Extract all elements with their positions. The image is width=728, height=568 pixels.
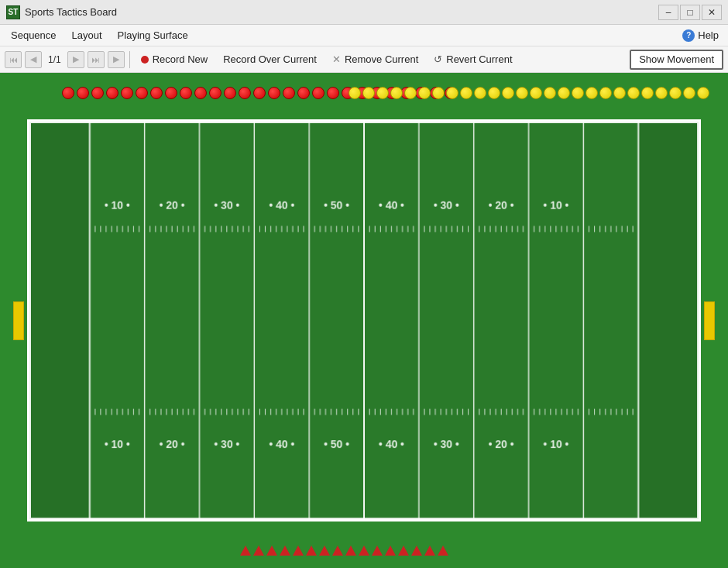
red-player-15[interactable]: [283, 87, 295, 99]
red-player-8[interactable]: [180, 87, 192, 99]
yellow-player-11[interactable]: [502, 87, 514, 99]
close-button[interactable]: ✕: [702, 5, 722, 20]
triangle-team-players: [240, 546, 448, 556]
show-movement-button[interactable]: Show Movement: [630, 50, 723, 70]
red-player-3[interactable]: [106, 87, 118, 99]
yellow-player-1[interactable]: [362, 87, 375, 99]
yellow-player-16[interactable]: [572, 87, 584, 99]
yellow-player-17[interactable]: [585, 87, 598, 99]
yellow-player-8[interactable]: [460, 87, 472, 99]
yellow-player-22[interactable]: [655, 87, 668, 99]
triangle-player-13[interactable]: [411, 546, 422, 556]
red-player-14[interactable]: [268, 87, 280, 99]
triangle-player-2[interactable]: [266, 546, 277, 556]
triangle-player-15[interactable]: [438, 546, 448, 556]
menu-layout[interactable]: Layout: [64, 27, 110, 43]
record-over-button[interactable]: Record Over Current: [217, 50, 323, 70]
triangle-player-10[interactable]: [372, 546, 383, 556]
red-player-9[interactable]: [194, 87, 207, 99]
red-player-16[interactable]: [297, 87, 310, 99]
field-canvas: [29, 122, 699, 519]
triangle-player-1[interactable]: [253, 546, 264, 556]
triangle-player-5[interactable]: [306, 546, 317, 556]
yellow-player-23[interactable]: [669, 87, 682, 99]
yellow-player-14[interactable]: [544, 87, 556, 99]
toolbar: ⏮ ◀ 1/1 ▶ ⏭ ▶ Record New Record Over Cur…: [0, 46, 728, 73]
red-player-10[interactable]: [209, 87, 221, 99]
triangle-player-14[interactable]: [424, 546, 435, 556]
record-over-label: Record Over Current: [223, 53, 317, 65]
remove-icon: ✕: [332, 53, 341, 65]
app-title: Sports Tactics Board: [25, 6, 657, 18]
last-frame-button[interactable]: ⏭: [88, 51, 105, 68]
first-frame-button[interactable]: ⏮: [5, 51, 22, 68]
revert-label: Revert Current: [446, 53, 512, 65]
remove-current-button[interactable]: ✕ Remove Current: [326, 50, 424, 70]
yellow-player-13[interactable]: [530, 87, 542, 99]
yellow-player-19[interactable]: [613, 87, 626, 99]
yellow-player-7[interactable]: [446, 87, 458, 99]
yellow-player-5[interactable]: [418, 87, 431, 99]
triangle-player-9[interactable]: [359, 546, 369, 556]
endzone-left-marker: [13, 301, 24, 340]
triangle-player-12[interactable]: [398, 546, 409, 556]
triangle-player-3[interactable]: [280, 546, 290, 556]
main-area: [0, 73, 728, 568]
football-field[interactable]: [27, 119, 701, 522]
red-player-12[interactable]: [239, 87, 251, 99]
maximize-button[interactable]: □: [680, 5, 700, 20]
titlebar: ST Sports Tactics Board – □ ✕: [0, 0, 728, 25]
triangle-player-6[interactable]: [319, 546, 330, 556]
yellow-player-0[interactable]: [349, 87, 361, 99]
menu-sequence[interactable]: Sequence: [3, 27, 64, 43]
toolbar-separator-1: [129, 51, 130, 68]
menu-playing-surface[interactable]: Playing Surface: [110, 27, 196, 43]
yellow-player-10[interactable]: [488, 87, 500, 99]
red-player-6[interactable]: [150, 87, 163, 99]
yellow-player-6[interactable]: [432, 87, 445, 99]
help-button[interactable]: ? Help: [676, 28, 725, 43]
red-player-0[interactable]: [62, 87, 74, 99]
yellow-player-18[interactable]: [599, 87, 612, 99]
prev-frame-button[interactable]: ◀: [25, 51, 42, 68]
red-player-5[interactable]: [136, 87, 148, 99]
record-new-label: Record New: [153, 53, 208, 65]
field-surface[interactable]: [27, 119, 701, 522]
red-player-7[interactable]: [165, 87, 177, 99]
show-movement-label: Show Movement: [639, 53, 714, 65]
yellow-team-players: [349, 87, 709, 99]
red-player-13[interactable]: [253, 87, 266, 99]
triangle-player-7[interactable]: [332, 546, 343, 556]
red-player-11[interactable]: [224, 87, 236, 99]
red-player-18[interactable]: [327, 87, 339, 99]
yellow-player-21[interactable]: [641, 87, 654, 99]
next-frame-button[interactable]: ▶: [67, 51, 84, 68]
yellow-player-3[interactable]: [390, 87, 403, 99]
yellow-player-25[interactable]: [697, 87, 709, 99]
yellow-player-15[interactable]: [558, 87, 570, 99]
minimize-button[interactable]: –: [658, 5, 678, 20]
page-indicator: 1/1: [45, 54, 64, 65]
red-player-1[interactable]: [77, 87, 89, 99]
app-icon: ST: [6, 5, 20, 19]
yellow-player-12[interactable]: [516, 87, 528, 99]
red-player-4[interactable]: [121, 87, 133, 99]
red-player-17[interactable]: [312, 87, 325, 99]
triangle-player-4[interactable]: [293, 546, 304, 556]
yellow-player-9[interactable]: [474, 87, 486, 99]
yellow-player-4[interactable]: [404, 87, 417, 99]
remove-label: Remove Current: [345, 53, 418, 65]
yellow-player-20[interactable]: [627, 87, 640, 99]
revert-icon: ↺: [434, 53, 442, 65]
red-player-2[interactable]: [91, 87, 104, 99]
yellow-player-24[interactable]: [683, 87, 695, 99]
help-icon: ?: [682, 29, 695, 42]
yellow-player-2[interactable]: [376, 87, 389, 99]
endzone-right-marker: [704, 301, 715, 340]
triangle-player-0[interactable]: [240, 546, 251, 556]
triangle-player-11[interactable]: [385, 546, 396, 556]
triangle-player-8[interactable]: [345, 546, 356, 556]
record-new-button[interactable]: Record New: [135, 50, 215, 70]
play-button[interactable]: ▶: [108, 51, 125, 68]
revert-current-button[interactable]: ↺ Revert Current: [428, 50, 518, 70]
